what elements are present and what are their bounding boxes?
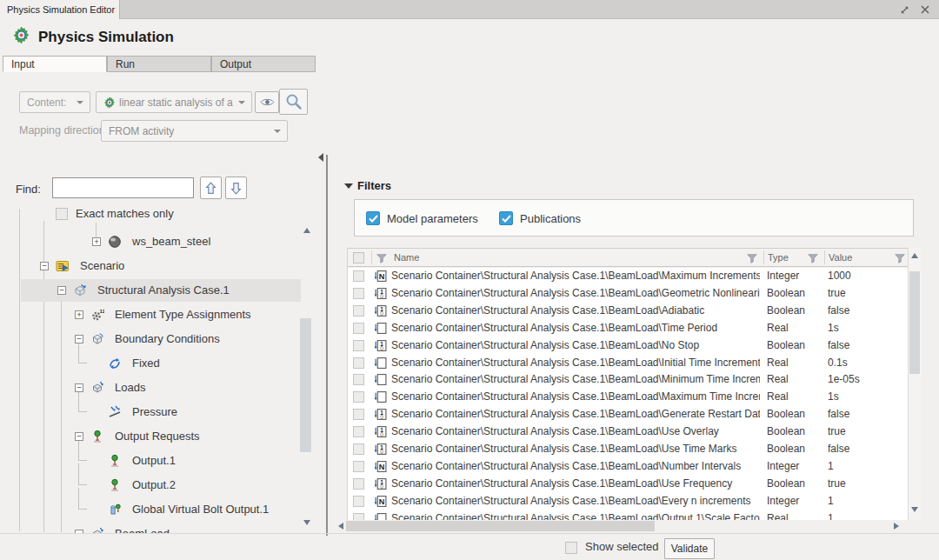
- filter-funnel-icon[interactable]: [807, 252, 819, 264]
- int-param-icon: N: [374, 495, 387, 508]
- column-divider[interactable]: [824, 250, 825, 264]
- tree-item-output-2[interactable]: Output.2: [0, 475, 315, 496]
- int-param-icon: N: [374, 270, 387, 283]
- param-row[interactable]: Scenario Container\Structural Analysis C…: [348, 355, 908, 372]
- tree-scroll-up-icon[interactable]: [303, 228, 310, 233]
- activity-select[interactable]: linear static analysis of a ...: [96, 91, 252, 113]
- row-checkbox[interactable]: [353, 270, 364, 282]
- tree-item-scenario[interactable]: −Scenario: [0, 256, 315, 277]
- row-checkbox[interactable]: [353, 357, 364, 369]
- collapse-toggle-icon[interactable]: −: [75, 432, 83, 441]
- arrow-down-icon: [230, 182, 242, 195]
- table-scroll-down-icon[interactable]: [911, 507, 918, 512]
- find-input[interactable]: [52, 177, 194, 198]
- select-all-checkbox[interactable]: [353, 252, 364, 263]
- tree-item-output-requests[interactable]: −Output Requests: [0, 426, 315, 447]
- tree-item-label: Structural Analysis Case.1: [97, 283, 230, 297]
- expand-toggle-icon[interactable]: +: [92, 237, 101, 246]
- tree-item-boundary-conditions[interactable]: −Boundary Conditions: [0, 329, 315, 350]
- svg-text:0: 0: [380, 310, 383, 317]
- scroll-left-icon[interactable]: [338, 523, 343, 530]
- svg-text:N: N: [379, 463, 385, 471]
- find-previous-button[interactable]: [200, 177, 222, 199]
- tree-item-ws-beam-steel[interactable]: +ws_beam_steel: [0, 231, 315, 252]
- tree-item-output-1[interactable]: Output.1: [0, 450, 315, 471]
- param-row[interactable]: 10Scenario Container\Structural Analysis…: [348, 441, 908, 458]
- column-divider[interactable]: [763, 250, 764, 264]
- param-row[interactable]: Scenario Container\Structural Analysis C…: [348, 320, 908, 337]
- tree-scrollbar-thumb[interactable]: [300, 318, 311, 452]
- param-row[interactable]: Scenario Container\Structural Analysis C…: [348, 389, 908, 406]
- validate-button[interactable]: Validate: [664, 538, 715, 559]
- expand-window-icon[interactable]: [897, 3, 911, 17]
- show-selected-checkbox[interactable]: [565, 542, 577, 554]
- row-checkbox[interactable]: [353, 496, 364, 507]
- tree-item-fixed[interactable]: Fixed: [0, 353, 315, 374]
- panel-splitter[interactable]: [326, 155, 328, 536]
- param-row[interactable]: 10Scenario Container\Structural Analysis…: [348, 406, 908, 423]
- tab-input[interactable]: Input: [3, 56, 107, 72]
- tree-item-structural-analysis-case-1[interactable]: −Structural Analysis Case.1: [0, 280, 315, 301]
- hscrollbar-thumb[interactable]: [346, 521, 655, 531]
- collapse-toggle-icon[interactable]: −: [75, 383, 83, 392]
- close-icon[interactable]: [918, 3, 932, 17]
- tree-item-beamload[interactable]: −BeamLoad: [0, 523, 315, 533]
- param-row[interactable]: 10Scenario Container\Structural Analysis…: [348, 303, 908, 320]
- tree-item-element-type-assignments[interactable]: +12Element Type Assignments: [0, 304, 315, 325]
- tree-scroll-down-icon[interactable]: [303, 520, 310, 525]
- tab-output[interactable]: Output: [211, 56, 316, 72]
- param-row[interactable]: 10Scenario Container\Structural Analysis…: [348, 476, 908, 493]
- row-checkbox[interactable]: [353, 513, 364, 520]
- find-next-button[interactable]: [225, 177, 247, 199]
- scroll-right-icon[interactable]: [894, 523, 899, 530]
- expand-toggle-icon[interactable]: +: [75, 310, 83, 319]
- collapse-toggle-icon[interactable]: −: [57, 286, 66, 295]
- row-checkbox[interactable]: [353, 374, 364, 385]
- tree-item-global-virtual-bolt-output-1[interactable]: Global Virtual Bolt Output.1: [0, 499, 315, 520]
- param-row[interactable]: Scenario Container\Structural Analysis C…: [348, 510, 908, 520]
- editor-document-tab[interactable]: Physics Simulation Editor: [0, 0, 120, 19]
- tree-item-label: ws_beam_steel: [132, 235, 210, 248]
- row-checkbox[interactable]: [353, 426, 364, 437]
- mapping-direction-select[interactable]: FROM activity: [101, 120, 288, 142]
- filter-funnel-icon[interactable]: [894, 252, 906, 264]
- param-row[interactable]: NScenario Container\Structural Analysis …: [348, 493, 908, 510]
- row-checkbox[interactable]: [353, 305, 364, 317]
- row-checkbox[interactable]: [353, 288, 364, 299]
- filters-collapse-icon[interactable]: [344, 183, 353, 189]
- tab-run[interactable]: Run: [107, 56, 211, 72]
- content-select[interactable]: Content:: [19, 91, 90, 113]
- visibility-button[interactable]: [255, 91, 279, 113]
- window-titlebar: Physics Simulation Editor: [0, 0, 939, 19]
- param-row[interactable]: NScenario Container\Structural Analysis …: [348, 268, 908, 285]
- param-row[interactable]: 10Scenario Container\Structural Analysis…: [348, 423, 908, 441]
- row-checkbox[interactable]: [353, 443, 364, 455]
- row-checkbox[interactable]: [353, 391, 364, 403]
- row-checkbox[interactable]: [353, 461, 364, 472]
- row-checkbox[interactable]: [353, 478, 364, 490]
- collapse-toggle-icon[interactable]: −: [75, 530, 83, 533]
- param-value: 1e-05s: [828, 373, 860, 385]
- param-row[interactable]: 10Scenario Container\Structural Analysis…: [348, 285, 908, 303]
- row-checkbox[interactable]: [353, 323, 364, 334]
- collapse-toggle-icon[interactable]: −: [40, 262, 49, 270]
- filter-funnel-icon[interactable]: [746, 252, 758, 264]
- collapse-panel-icon[interactable]: [318, 153, 323, 162]
- param-value: 1000: [828, 270, 851, 282]
- row-checkbox[interactable]: [353, 409, 364, 420]
- fixed-icon: [108, 357, 122, 370]
- table-scroll-up-icon[interactable]: [911, 253, 918, 258]
- filter-funnel-icon[interactable]: [376, 252, 388, 264]
- search-button[interactable]: [279, 89, 308, 115]
- publications-checkbox[interactable]: [499, 211, 513, 225]
- param-name: Scenario Container\Structural Analysis C…: [391, 357, 760, 369]
- table-scrollbar-thumb[interactable]: [909, 271, 920, 374]
- model-parameters-checkbox[interactable]: [366, 211, 380, 225]
- tree-item-loads[interactable]: −Loads: [0, 377, 315, 398]
- param-row[interactable]: Scenario Container\Structural Analysis C…: [348, 371, 908, 389]
- param-row[interactable]: NScenario Container\Structural Analysis …: [348, 458, 908, 476]
- param-row[interactable]: 10Scenario Container\Structural Analysis…: [348, 337, 908, 355]
- collapse-toggle-icon[interactable]: −: [75, 335, 83, 343]
- row-checkbox[interactable]: [353, 340, 364, 351]
- tree-item-pressure[interactable]: Pressure: [0, 402, 315, 423]
